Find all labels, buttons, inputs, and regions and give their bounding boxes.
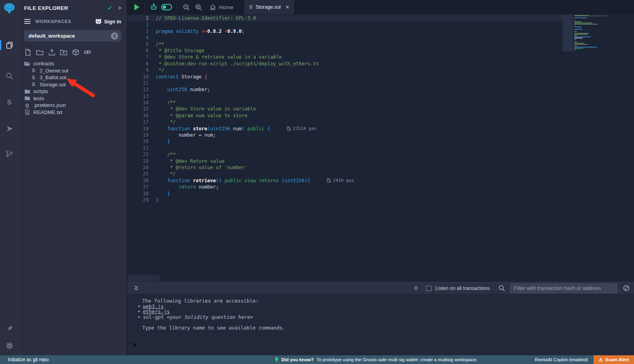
new-file-icon[interactable] bbox=[24, 48, 32, 56]
listen-all-checkbox[interactable] bbox=[426, 286, 432, 291]
code-line-4[interactable]: 4 bbox=[127, 34, 562, 41]
code-line-14[interactable]: 14 /** bbox=[127, 99, 562, 106]
tree-item-tests[interactable]: tests bbox=[19, 95, 127, 102]
file-tree: contractsS2_Owner.solS3_Ballot.solSStora… bbox=[19, 60, 127, 116]
gas-estimate-badge: 22514 gas bbox=[287, 126, 317, 131]
line-number: 11 bbox=[127, 80, 149, 86]
tree-item-scripts[interactable]: scripts bbox=[19, 88, 127, 95]
tree-item-3-ballot-sol[interactable]: S3_Ballot.sol bbox=[19, 74, 127, 81]
terminal-search-icon[interactable] bbox=[498, 285, 505, 292]
import-ipfs-icon[interactable] bbox=[72, 48, 79, 56]
code-line-9[interactable]: 9 */ bbox=[127, 67, 562, 73]
zoom-in-icon[interactable] bbox=[195, 4, 202, 11]
line-content: // SPDX-License-Identifier: GPL-3.0 bbox=[156, 15, 256, 21]
zoom-out-icon[interactable] bbox=[183, 4, 190, 11]
code-line-5[interactable]: 5/** bbox=[127, 41, 562, 48]
code-line-27[interactable]: 27 return number; bbox=[127, 184, 562, 190]
collapse-chevron-icon[interactable]: > bbox=[118, 5, 121, 11]
tab-home[interactable]: Home bbox=[210, 4, 233, 10]
code-line-26[interactable]: 26 function retrieve() public view retur… bbox=[127, 177, 562, 184]
code-line-6[interactable]: 6 * @title Storage bbox=[127, 48, 562, 54]
code-line-25[interactable]: 25 */ bbox=[127, 171, 562, 177]
code-line-1[interactable]: 1// SPDX-License-Identifier: GPL-3.0 bbox=[127, 15, 562, 21]
new-folder-icon[interactable] bbox=[36, 48, 44, 56]
code-line-3[interactable]: 3pragma solidity >=0.8.2 <0.9.0; bbox=[127, 28, 562, 34]
tree-item-storage-sol[interactable]: SStorage.sol bbox=[19, 81, 127, 88]
code-line-22[interactable]: 22 /** bbox=[127, 151, 562, 158]
code-line-10[interactable]: 10contract Storage { bbox=[127, 74, 562, 80]
line-number: 8 bbox=[127, 61, 149, 67]
git-init-button[interactable]: Initialize as git repo bbox=[8, 357, 49, 362]
code-lines: 1// SPDX-License-Identifier: GPL-3.023pr… bbox=[127, 15, 562, 203]
panel-header: FILE EXPLORER ✓ > bbox=[19, 0, 127, 16]
code-line-23[interactable]: 23 * @dev Return value bbox=[127, 158, 562, 164]
copilot-status[interactable]: RemixAI Copilot (enabled) bbox=[535, 357, 588, 362]
line-number: 17 bbox=[127, 119, 149, 125]
code-line-29[interactable]: 29} bbox=[127, 197, 562, 203]
clear-console-icon[interactable] bbox=[623, 285, 630, 292]
solidity-compiler-icon[interactable]: S bbox=[4, 97, 14, 107]
search-icon[interactable] bbox=[4, 71, 14, 81]
home-icon bbox=[210, 4, 216, 10]
git-icon[interactable] bbox=[4, 149, 14, 159]
plugin-manager-icon[interactable] bbox=[4, 324, 14, 334]
code-line-18[interactable]: 18 function store(uint256 num) public {2… bbox=[127, 126, 562, 132]
line-content: * @dev Store value in variable bbox=[156, 106, 256, 112]
terminal-line: •sol-gpt <your Solidity question here> bbox=[127, 314, 634, 320]
copilot-toggle[interactable] bbox=[161, 4, 172, 10]
code-line-24[interactable]: 24 * @return value of 'number' bbox=[127, 164, 562, 171]
code-line-2[interactable]: 2 bbox=[127, 21, 562, 28]
workspaces-menu-icon[interactable] bbox=[24, 19, 31, 24]
sign-in-label: Sign in bbox=[104, 19, 121, 25]
horizontal-scrollbar-thumb[interactable] bbox=[128, 275, 160, 282]
code-line-21[interactable]: 21 bbox=[127, 145, 562, 151]
tip-title: Did you know? bbox=[281, 357, 314, 362]
main-area: Home S Storage.sol ✕ 1// SPDX-License-Id… bbox=[127, 0, 634, 355]
active-plugin-indicator bbox=[0, 40, 1, 50]
tree-item--prettierrc-json[interactable]: {}.prettierrc.json bbox=[19, 102, 127, 109]
tree-item-2-owner-sol[interactable]: S2_Owner.sol bbox=[19, 67, 127, 74]
sign-in-button[interactable]: Sign in bbox=[95, 19, 121, 25]
code-line-11[interactable]: 11 bbox=[127, 80, 562, 86]
import-url-link-icon[interactable] bbox=[84, 48, 91, 56]
code-line-17[interactable]: 17 */ bbox=[127, 119, 562, 125]
workspace-selected-value: default_workspace bbox=[29, 33, 75, 39]
gas-estimate-badge: 2410 gas bbox=[327, 178, 354, 183]
remix-logo[interactable] bbox=[2, 2, 17, 17]
tree-item-label: README.txt bbox=[33, 109, 62, 115]
upload-file-icon[interactable] bbox=[48, 48, 55, 56]
transaction-filter-input[interactable] bbox=[510, 283, 618, 293]
code-line-7[interactable]: 7 * @dev Store & retrieve value in a var… bbox=[127, 54, 562, 60]
close-tab-icon[interactable]: ✕ bbox=[285, 4, 289, 10]
line-content: function retrieve() public view returns … bbox=[156, 177, 354, 184]
settings-gear-icon[interactable] bbox=[4, 341, 14, 351]
code-line-20[interactable]: 20 } bbox=[127, 138, 562, 145]
toolbar-separator bbox=[145, 3, 145, 11]
active-tab-label: Storage.sol bbox=[256, 4, 281, 10]
tree-item-contracts[interactable]: contracts bbox=[19, 60, 127, 67]
tab-storage-sol[interactable]: S Storage.sol ✕ bbox=[244, 0, 295, 14]
workspace-select[interactable]: default_workspace bbox=[24, 30, 121, 42]
workspaces-row: WORKSPACES Sign in bbox=[19, 17, 127, 26]
code-line-12[interactable]: 12 uint256 number; bbox=[127, 86, 562, 93]
panel-title: FILE EXPLORER bbox=[24, 5, 68, 11]
code-line-28[interactable]: 28 } bbox=[127, 191, 562, 197]
terminal-expand-icon[interactable] bbox=[134, 285, 139, 291]
scam-alert-button[interactable]: ⚠ Scam Alert bbox=[594, 355, 634, 364]
code-line-15[interactable]: 15 * @dev Store value in variable bbox=[127, 106, 562, 112]
code-line-16[interactable]: 16 * @param num value to store bbox=[127, 112, 562, 119]
vertical-scrollbar-thumb[interactable] bbox=[562, 15, 573, 51]
deploy-and-run-icon[interactable] bbox=[4, 124, 14, 133]
code-line-19[interactable]: 19 number = num; bbox=[127, 132, 562, 138]
minimap[interactable] bbox=[574, 15, 607, 51]
code-line-8[interactable]: 8 * @custom:dev-run-script ./scripts/dep… bbox=[127, 61, 562, 67]
run-script-play-button[interactable] bbox=[134, 4, 140, 11]
ai-copilot-robot-icon[interactable] bbox=[150, 3, 158, 11]
upload-folder-icon[interactable] bbox=[60, 48, 67, 56]
home-tab-label: Home bbox=[219, 4, 233, 10]
terminal-prompt[interactable]: > bbox=[127, 341, 634, 349]
file-explorer-icon[interactable] bbox=[4, 40, 14, 50]
code-line-13[interactable]: 13 bbox=[127, 93, 562, 99]
tree-item-readme-txt[interactable]: README.txt bbox=[19, 109, 127, 116]
code-editor[interactable]: 1// SPDX-License-Identifier: GPL-3.023pr… bbox=[127, 14, 634, 282]
